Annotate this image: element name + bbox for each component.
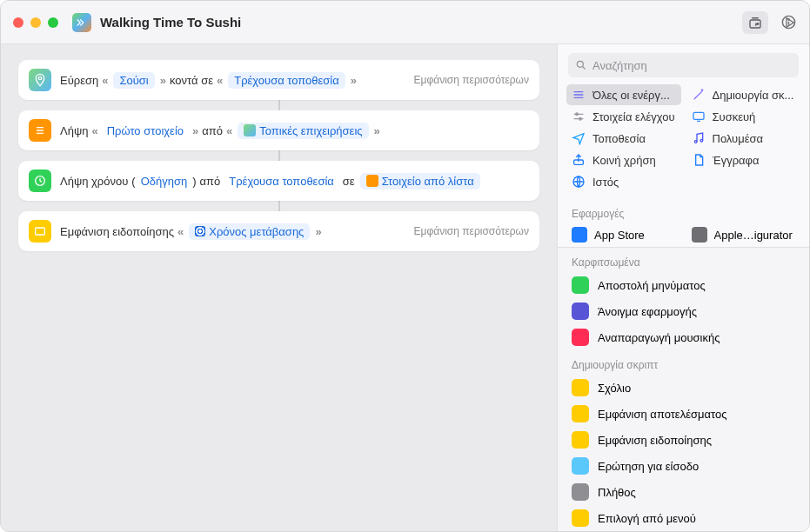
variable-token[interactable]: Χρόνος μετάβασης: [189, 223, 310, 240]
svg-rect-21: [693, 112, 704, 119]
chevron-icon: »: [160, 74, 166, 87]
actions-sidebar: Αναζήτηση Όλες οι ενέργ...Δημιουργία σκ.…: [557, 44, 809, 531]
chevron-icon: »: [374, 124, 380, 137]
svg-point-12: [577, 61, 583, 67]
chevron-icon: «: [102, 74, 108, 87]
list-icon: [29, 119, 51, 142]
chevron-icon: »: [351, 74, 357, 87]
pinned-item[interactable]: Άνοιγμα εφαρμογής: [566, 298, 800, 324]
workflow-editor[interactable]: Εύρεση « Σούσι » κοντά σε « Τρέχουσα τοπ…: [1, 44, 557, 531]
sidebar-upper: Αναζήτηση Όλες οι ενέργ...Δημιουργία σκ.…: [558, 44, 809, 247]
pinned-item[interactable]: Αποστολή μηνύματος: [566, 272, 800, 298]
action-show-notification[interactable]: Εμφάνιση ειδοποίησης « Χρόνος μετάβασης …: [18, 211, 539, 251]
sidebar-toolbar: [557, 1, 809, 44]
paren: (: [131, 175, 135, 188]
action-text: από: [200, 175, 221, 188]
svg-line-13: [583, 67, 586, 70]
svg-point-1: [38, 76, 41, 79]
category-item[interactable]: Στοιχεία ελέγχου: [566, 106, 681, 127]
category-item[interactable]: Συσκευή: [686, 106, 801, 127]
action-find-places[interactable]: Εύρεση « Σούσι » κοντά σε « Τρέχουσα τοπ…: [18, 60, 539, 100]
category-item[interactable]: Όλες οι ενέργ...: [566, 84, 681, 105]
action-get-item[interactable]: Λήψη « Πρώτο στοιχείο » από « Τοπικές επ…: [18, 110, 539, 150]
maximize-button[interactable]: [48, 17, 58, 28]
action-get-travel-time[interactable]: Λήψη χρόνου ( Οδήγηση ) από Τρέχουσα τοπ…: [18, 161, 539, 201]
clock-icon: [29, 170, 51, 192]
search-icon: [575, 59, 587, 71]
chevron-icon: «: [226, 124, 232, 137]
show-more-link[interactable]: Εμφάνιση περισσότερων: [414, 225, 529, 237]
script-action-item[interactable]: Πλήθος: [566, 479, 800, 505]
pinned-list: Αποστολή μηνύματοςΆνοιγμα εφαρμογήςΑναπα…: [558, 272, 809, 350]
category-item[interactable]: Τοποθεσία: [566, 128, 681, 149]
close-button[interactable]: [13, 17, 23, 28]
content-area: Εύρεση « Σούσι » κοντά σε « Τρέχουσα τοπ…: [1, 44, 809, 531]
script-header: Δημιουργία σκριπτ: [558, 350, 809, 375]
start-location-token[interactable]: Τρέχουσα τοποθεσία: [225, 173, 338, 190]
chevron-icon: »: [192, 124, 198, 137]
apps-grid: App StoreApple…iguratorΒιβλίαΑριθμομηχαν…: [558, 223, 809, 247]
mode-token[interactable]: Οδήγηση: [137, 173, 191, 190]
search-term-token[interactable]: Σούσι: [113, 72, 154, 89]
sidebar-lower: Καρφιτσωμένα Αποστολή μηνύματοςΆνοιγμα ε…: [558, 247, 809, 531]
category-item[interactable]: Έγγραφα: [686, 150, 801, 170]
paren: ): [192, 175, 196, 188]
shortcut-icon: [72, 13, 91, 32]
category-item[interactable]: Ιστός: [566, 171, 681, 192]
notification-icon: [29, 220, 51, 243]
category-grid: Όλες οι ενέργ...Δημιουργία σκ...Στοιχεία…: [558, 84, 809, 199]
script-action-item[interactable]: Εμφάνιση αποτελέσματος: [566, 401, 800, 427]
script-list: ΣχόλιοΕμφάνιση αποτελέσματοςΕμφάνιση ειδ…: [558, 375, 809, 531]
script-action-item[interactable]: Επιλογή από μενού: [566, 505, 800, 531]
action-text: από: [202, 124, 223, 137]
input-variable-token[interactable]: Τοπικές επιχειρήσεις: [238, 123, 368, 139]
action-text: κοντά σε: [170, 74, 213, 87]
library-button[interactable]: [742, 11, 768, 34]
app-item[interactable]: Apple…igurator: [686, 223, 801, 246]
pinned-item[interactable]: Αναπαραγωγή μουσικής: [566, 324, 800, 350]
svg-point-23: [694, 141, 697, 143]
svg-point-11: [788, 19, 789, 20]
pinned-header: Καρφιτσωμένα: [558, 248, 809, 272]
info-button[interactable]: [780, 14, 797, 30]
app-window: Walking Time To Sushi Εύρεση « Σούσι » κ…: [0, 0, 810, 532]
category-item[interactable]: Πολυμέσα: [686, 128, 801, 149]
search-input[interactable]: Αναζήτηση: [568, 53, 799, 77]
category-item[interactable]: Κοινή χρήση: [566, 150, 681, 170]
action-text: Λήψη: [60, 124, 88, 137]
chevron-icon: «: [91, 124, 97, 137]
destination-token[interactable]: Στοιχείο από λίστα: [360, 173, 480, 190]
minimize-button[interactable]: [30, 17, 41, 28]
chevron-icon: «: [177, 225, 184, 238]
app-item[interactable]: App Store: [566, 223, 681, 246]
maps-icon: [29, 69, 51, 91]
show-more-link[interactable]: Εμφάνιση περισσότερων: [414, 74, 529, 86]
script-action-item[interactable]: Ερώτηση για είσοδο: [566, 453, 800, 479]
action-text: Εύρεση: [60, 74, 98, 87]
chevron-icon: »: [315, 225, 321, 238]
svg-rect-6: [36, 228, 45, 235]
action-text: Εμφάνιση ειδοποίησης: [60, 225, 174, 238]
location-token[interactable]: Τρέχουσα τοποθεσία: [228, 72, 345, 89]
chevron-icon: «: [217, 74, 223, 87]
action-text: σε: [343, 175, 355, 188]
search-placeholder: Αναζήτηση: [592, 59, 647, 72]
action-text: Λήψη χρόνου: [60, 175, 128, 188]
script-action-item[interactable]: Σχόλιο: [566, 375, 800, 401]
svg-point-24: [700, 139, 703, 142]
window-controls: [13, 17, 58, 28]
apps-header: Εφαρμογές: [558, 199, 809, 223]
category-item[interactable]: Δημιουργία σκ...: [686, 84, 801, 105]
script-action-item[interactable]: Εμφάνιση ειδοποίησης: [566, 427, 800, 453]
item-selector-token[interactable]: Πρώτο στοιχείο: [104, 123, 187, 139]
